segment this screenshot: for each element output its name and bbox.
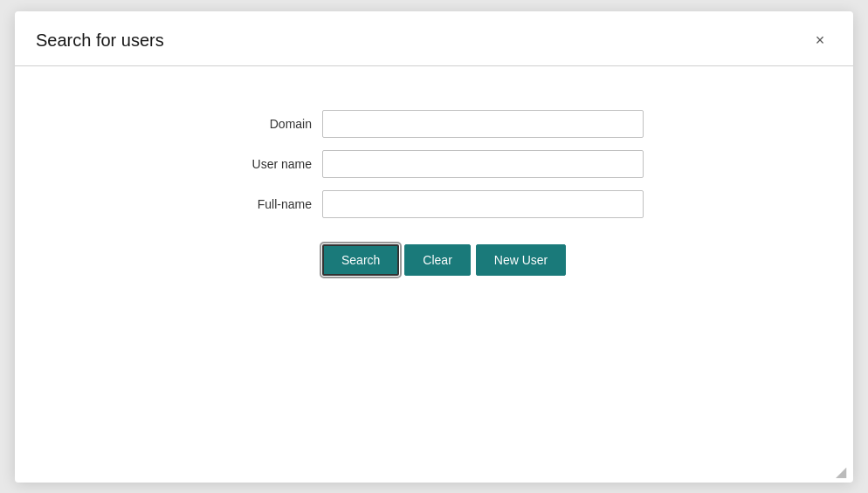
resize-handle: ◢ — [836, 465, 848, 477]
domain-row: Domain — [224, 110, 644, 138]
buttons-row: Search Clear New User — [322, 244, 644, 276]
form-section: Domain User name Full-name Search Clear … — [224, 110, 644, 276]
domain-label: Domain — [224, 117, 312, 131]
new-user-button[interactable]: New User — [476, 244, 566, 276]
dialog-body: Domain User name Full-name Search Clear … — [15, 66, 853, 483]
username-label: User name — [224, 157, 312, 171]
close-button[interactable]: × — [808, 29, 832, 53]
username-row: User name — [224, 150, 644, 178]
clear-button[interactable]: Clear — [404, 244, 470, 276]
dialog-title: Search for users — [36, 31, 164, 51]
fullname-input[interactable] — [322, 190, 644, 218]
search-button[interactable]: Search — [322, 244, 399, 276]
domain-input[interactable] — [322, 110, 644, 138]
username-input[interactable] — [322, 150, 644, 178]
search-users-dialog: Search for users × Domain User name Full… — [15, 11, 853, 483]
dialog-header: Search for users × — [15, 11, 853, 66]
fullname-row: Full-name — [224, 190, 644, 218]
fullname-label: Full-name — [224, 197, 312, 211]
